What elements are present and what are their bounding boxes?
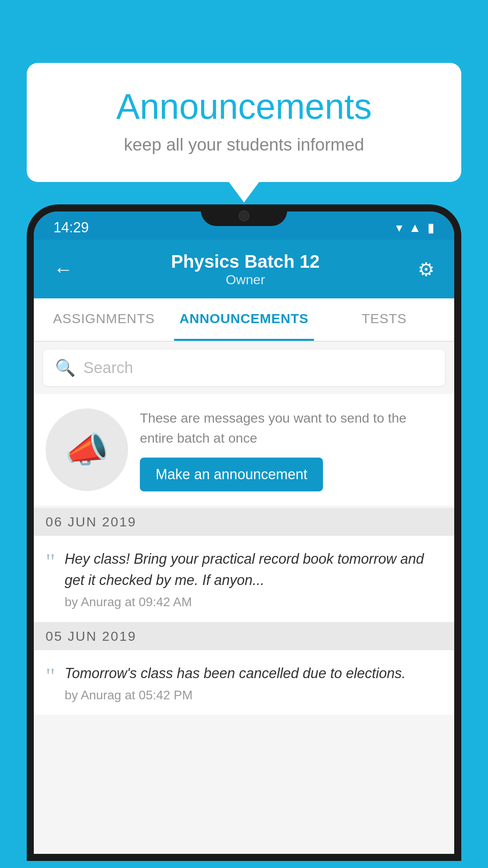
promo-icon-circle: 📣 — [46, 408, 128, 491]
tabs-container: ASSIGNMENTS ANNOUNCEMENTS TESTS — [34, 298, 454, 342]
header-title: Physics Batch 12 — [171, 251, 319, 272]
announcement-text-1: Hey class! Bring your practical record b… — [65, 548, 443, 591]
date-header-2: 05 JUN 2019 — [34, 622, 454, 650]
search-bar[interactable]: 🔍 Search — [43, 349, 445, 386]
header-subtitle: Owner — [171, 272, 319, 287]
announcement-item-2[interactable]: " Tomorrow's class has been cancelled du… — [34, 650, 454, 715]
announcement-text-2: Tomorrow's class has been cancelled due … — [65, 663, 443, 684]
announcement-meta-2: by Anurag at 05:42 PM — [65, 688, 443, 702]
announcement-promo: 📣 These are messages you want to send to… — [34, 394, 454, 506]
app-header: ← Physics Batch 12 Owner ⚙ — [34, 240, 454, 298]
phone-frame: 14:29 ▾ ▲ ▮ ← Physics Batch 12 Owner ⚙ A… — [27, 204, 461, 861]
tab-tests[interactable]: TESTS — [314, 298, 454, 341]
megaphone-icon: 📣 — [65, 429, 109, 471]
phone-camera — [238, 210, 250, 221]
announcement-text-wrap-2: Tomorrow's class has been cancelled due … — [65, 663, 443, 702]
promo-description: These are messages you want to send to t… — [140, 408, 442, 448]
date-header-1: 06 JUN 2019 — [34, 508, 454, 536]
quote-icon-2: " — [46, 664, 55, 688]
make-announcement-button[interactable]: Make an announcement — [140, 458, 323, 491]
header-center: Physics Batch 12 Owner — [171, 251, 319, 287]
speech-bubble-title: Announcements — [58, 86, 430, 127]
speech-bubble: Announcements keep all your students inf… — [27, 63, 461, 182]
settings-button[interactable]: ⚙ — [418, 258, 435, 280]
search-placeholder: Search — [83, 359, 133, 377]
speech-bubble-container: Announcements keep all your students inf… — [27, 63, 461, 182]
promo-text-area: These are messages you want to send to t… — [140, 408, 442, 491]
content-area: 🔍 Search 📣 These are messages you want t… — [34, 342, 454, 854]
signal-icon: ▲ — [409, 221, 421, 235]
battery-icon: ▮ — [427, 220, 435, 235]
back-button[interactable]: ← — [53, 258, 73, 281]
search-icon: 🔍 — [55, 358, 75, 377]
speech-bubble-subtitle: keep all your students informed — [58, 135, 430, 154]
tab-assignments[interactable]: ASSIGNMENTS — [34, 298, 174, 341]
quote-icon-1: " — [46, 550, 55, 574]
status-time: 14:29 — [53, 219, 89, 236]
phone-container: 14:29 ▾ ▲ ▮ ← Physics Batch 12 Owner ⚙ A… — [27, 204, 461, 868]
phone-notch — [201, 204, 287, 226]
status-icons: ▾ ▲ ▮ — [396, 220, 435, 235]
announcement-meta-1: by Anurag at 09:42 AM — [65, 595, 443, 609]
wifi-icon: ▾ — [396, 220, 402, 235]
announcement-item-1[interactable]: " Hey class! Bring your practical record… — [34, 536, 454, 622]
tab-announcements[interactable]: ANNOUNCEMENTS — [174, 298, 314, 341]
phone-screen: 14:29 ▾ ▲ ▮ ← Physics Batch 12 Owner ⚙ A… — [34, 211, 454, 854]
announcement-text-wrap-1: Hey class! Bring your practical record b… — [65, 548, 443, 609]
